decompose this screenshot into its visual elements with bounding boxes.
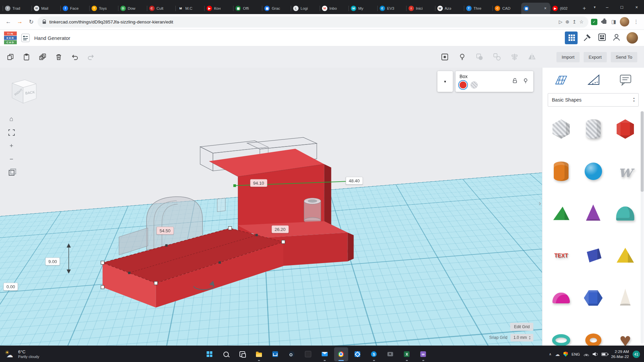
browser-tab[interactable]: D Dow <box>118 3 147 14</box>
taskbar-app-icon[interactable] <box>268 347 282 361</box>
user-avatar[interactable] <box>627 32 638 44</box>
taskbar-app-icon[interactable] <box>219 347 233 361</box>
transparent-swatch[interactable] <box>471 81 478 88</box>
secure-lock-icon[interactable] <box>42 19 46 24</box>
delete-icon[interactable] <box>52 50 66 64</box>
dashboard-grid-button[interactable] <box>565 32 578 44</box>
zoom-icon[interactable]: ⊕ <box>566 19 570 24</box>
new-tab-button[interactable]: + <box>579 3 590 14</box>
taskbar-app-icon[interactable] <box>416 347 430 361</box>
extensions-puzzle-icon[interactable] <box>602 20 606 24</box>
browser-tab[interactable]: f Face <box>60 3 89 14</box>
browser-tab[interactable]: ▦ Offi <box>233 3 262 14</box>
close-button[interactable]: × <box>629 0 644 14</box>
notification-badge[interactable]: 41 <box>633 351 640 358</box>
taskbar-app-icon[interactable] <box>351 347 365 361</box>
panel-collapse-icon[interactable]: ▼ <box>437 71 453 92</box>
browser-menu-icon[interactable]: ⋮ <box>633 19 639 25</box>
light-bulb-icon[interactable] <box>455 50 469 64</box>
taskbar-app-icon[interactable] <box>203 347 217 361</box>
taskbar-app-icon[interactable] <box>400 347 414 361</box>
fit-view-icon[interactable] <box>7 128 16 137</box>
notes-tool-icon[interactable] <box>619 73 633 88</box>
reload-icon[interactable]: ↻ <box>26 17 36 27</box>
taskbar-app-icon[interactable] <box>334 347 348 361</box>
lock-icon[interactable] <box>512 78 518 85</box>
3d-scene[interactable] <box>0 68 542 346</box>
browser-tab[interactable]: L Logi <box>291 3 320 14</box>
shape-item[interactable] <box>609 108 641 150</box>
shape-item[interactable] <box>609 235 641 277</box>
zoom-out-icon[interactable]: − <box>7 155 16 164</box>
shape-item[interactable] <box>577 192 609 235</box>
view-cube[interactable]: RIGHT BACK <box>7 73 41 108</box>
browser-tab[interactable]: ▶ Кон <box>204 3 233 14</box>
volume-icon[interactable] <box>593 352 598 356</box>
side-panel-icon[interactable]: ◨ <box>611 19 616 25</box>
browser-tab[interactable]: I Inici <box>406 3 435 14</box>
home-view-icon[interactable]: ⌂ <box>7 115 16 123</box>
taskbar-app-icon[interactable] <box>367 347 381 361</box>
share-icon[interactable]: ↥ <box>573 19 577 24</box>
3d-viewport[interactable]: 94.10 48.40 54.50 26.20 9.00 0.00 <box>0 68 542 346</box>
weather-widget[interactable]: ☀☁ 6°C Partly cloudy <box>0 349 84 359</box>
browser-tab[interactable]: W Azə <box>435 3 464 14</box>
taskbar-app-icon[interactable] <box>318 347 332 361</box>
battery-icon[interactable] <box>601 353 607 356</box>
browser-tab[interactable]: C Cult <box>147 3 176 14</box>
shape-item[interactable] <box>577 277 609 319</box>
back-icon[interactable]: ← <box>3 17 13 27</box>
copy-icon[interactable] <box>3 50 17 64</box>
browser-tab[interactable]: ✉ Mail <box>32 3 60 14</box>
solid-color-swatch[interactable] <box>460 81 467 88</box>
tinker-hammer-icon[interactable] <box>583 33 592 43</box>
shape-item[interactable] <box>545 277 577 319</box>
hide-bulb-icon[interactable] <box>523 78 529 85</box>
shape-item[interactable] <box>545 108 577 150</box>
shape-item[interactable] <box>609 277 641 319</box>
security-shield-icon[interactable] <box>564 352 568 357</box>
send-to-button[interactable]: Send To <box>611 52 637 62</box>
shape-item[interactable] <box>545 235 577 277</box>
ungroup-icon[interactable] <box>490 50 504 64</box>
mirror-icon[interactable] <box>525 50 539 64</box>
url-text[interactable]: tinkercad.com/things/dD9q2857Jfa-sizzlin… <box>49 19 556 24</box>
taskbar-app-icon[interactable] <box>383 347 397 361</box>
tab-search-icon[interactable]: ▾ <box>590 5 600 9</box>
browser-tab[interactable]: ▦ <box>521 3 550 14</box>
shape-item[interactable] <box>609 319 641 346</box>
onedrive-icon[interactable]: ☁ <box>555 352 560 357</box>
extension-check-icon[interactable]: ✓ <box>591 19 597 25</box>
zoom-in-icon[interactable]: + <box>7 141 16 150</box>
shape-item[interactable] <box>577 319 609 346</box>
import-button[interactable]: Import <box>556 52 579 62</box>
shape-item[interactable] <box>577 108 609 150</box>
paste-icon[interactable] <box>19 50 34 64</box>
scrollbar-thumb[interactable] <box>641 111 644 192</box>
tinkercad-logo[interactable]: TIN KER CAD <box>4 32 17 44</box>
group-icon[interactable] <box>473 50 487 64</box>
shape-item[interactable] <box>545 150 577 192</box>
browser-tab[interactable]: T Trad <box>3 3 32 14</box>
browser-tab[interactable]: C CAD <box>492 3 521 14</box>
browser-tab[interactable]: T Toys <box>89 3 118 14</box>
sidebar-scrollbar[interactable] <box>641 111 644 344</box>
sidebar-collapse-icon[interactable]: › <box>539 199 541 208</box>
design-title[interactable]: Hand Generator <box>34 35 70 41</box>
shape-category-select[interactable]: Basic Shapes ▴▾ <box>548 93 639 107</box>
export-button[interactable]: Export <box>584 52 607 62</box>
maximize-button[interactable]: □ <box>614 0 629 14</box>
shape-item[interactable] <box>545 319 577 346</box>
shape-item[interactable] <box>609 192 641 235</box>
omnibox[interactable]: tinkercad.com/things/dD9q2857Jfa-sizzlin… <box>38 16 588 27</box>
code-blocks-icon[interactable] <box>598 33 606 43</box>
align-icon[interactable] <box>507 50 522 64</box>
tray-expand-icon[interactable]: ∧ <box>549 352 551 356</box>
design-menu-icon[interactable] <box>21 33 30 43</box>
forward-icon[interactable]: → <box>15 17 25 27</box>
ruler-tool-icon[interactable] <box>587 73 601 88</box>
taskbar-app-icon[interactable] <box>252 347 266 361</box>
taskbar-app-icon[interactable] <box>235 347 250 361</box>
show-all-icon[interactable] <box>438 50 452 64</box>
browser-tab[interactable]: T Thre <box>464 3 493 14</box>
